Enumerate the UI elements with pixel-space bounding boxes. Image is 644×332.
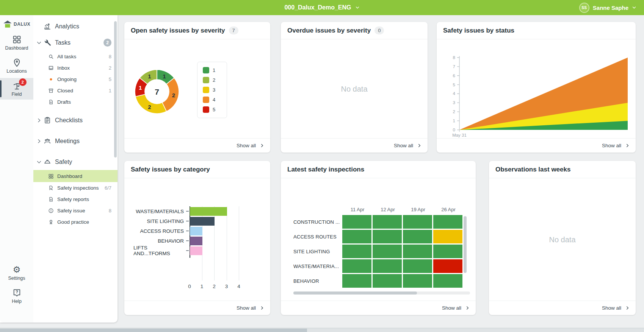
sidebar-scrollbar-thumb[interactable]: [114, 21, 117, 157]
svg-text:7: 7: [453, 64, 455, 69]
window-scrollbar-thumb[interactable]: [0, 329, 307, 332]
show-all-button[interactable]: Show all: [602, 305, 630, 311]
heatmap-date-header: 11 Apr12 Apr19 Apr26 Apr: [342, 207, 464, 212]
card-body: No data: [489, 178, 636, 301]
heatmap-cell-green[interactable]: [433, 245, 462, 258]
show-all-button[interactable]: Show all: [237, 305, 264, 311]
svg-text:1: 1: [163, 73, 166, 79]
card-header: Safety issues by category: [124, 161, 270, 178]
sidebar-subitem-ongoing[interactable]: Ongoing5: [33, 73, 118, 85]
rail-item-help[interactable]: ?Help: [0, 285, 33, 307]
project-selector[interactable]: 000_Dalux_Demo_ENG: [284, 4, 359, 11]
heatmap-cell-green[interactable]: [373, 259, 402, 273]
heatmap-cell-green[interactable]: [342, 230, 371, 243]
axis-tick-dash: [186, 250, 189, 251]
svg-text:7: 7: [155, 87, 159, 96]
heatmap-cell-green[interactable]: [433, 215, 462, 229]
heatmap-horizontal-scrollbar[interactable]: [293, 291, 470, 295]
heatmap-cell-green[interactable]: [433, 274, 462, 288]
medal-icon: [48, 219, 54, 225]
rail-item-settings[interactable]: ⚙Settings: [0, 262, 33, 284]
sidebar-item-tasks[interactable]: Tasks2: [33, 34, 118, 51]
heatmap-cell-green[interactable]: [373, 245, 402, 258]
heatmap-cell-green[interactable]: [342, 274, 371, 288]
show-all-button[interactable]: Show all: [394, 143, 421, 148]
no-data-message: No data: [281, 84, 428, 93]
axis-tick-dash: [186, 211, 189, 212]
card-footer: Show all: [437, 138, 636, 153]
heatmap-cell-green[interactable]: [403, 259, 432, 273]
show-all-button[interactable]: Show all: [602, 143, 630, 148]
heatmap-cell-green[interactable]: [373, 215, 402, 229]
card-body: WASTE/MATERIALSSITE LIGHTINGACCESS ROUTE…: [124, 178, 270, 301]
heatmap-cell-green[interactable]: [373, 274, 402, 288]
severity-donut-chart: 122117: [134, 69, 180, 115]
sidebar-item-analytics[interactable]: Analytics: [33, 18, 118, 34]
sidebar-subitem-inbox[interactable]: Inbox2: [33, 62, 118, 73]
legend-swatch: [203, 106, 209, 113]
bar-category-label: SITE LIGHTING: [133, 216, 189, 226]
sidebar-subitem-good-practice[interactable]: Good practice: [33, 216, 118, 228]
card-footer: Show all: [281, 301, 476, 315]
field-crane-icon: 2: [12, 81, 22, 90]
card-footer: Show all: [489, 301, 636, 315]
sidebar-subitem-safety-issue[interactable]: Safety issue8: [33, 205, 118, 216]
dalux-logo[interactable]: DALUX: [0, 15, 33, 32]
heatmap-date-label: 12 Apr: [373, 207, 403, 212]
sidebar-subitem-closed[interactable]: Closed1: [33, 85, 118, 96]
rail-item-dashboard[interactable]: Dashboard: [0, 32, 33, 53]
heatmap-row-label: BEHAVIOR: [293, 278, 342, 284]
card-header: Open safety issues by severity 7: [124, 22, 270, 39]
legend-swatch: [203, 67, 209, 73]
docsearch-icon: [48, 185, 54, 191]
heatmap-cell-green[interactable]: [342, 259, 371, 273]
heatmap-cell-green[interactable]: [403, 245, 432, 258]
heatmap-cell-green[interactable]: [373, 230, 402, 243]
chevron-right-icon: [260, 143, 264, 148]
sidebar-item-checklists[interactable]: Checklists: [33, 112, 118, 128]
heatmap-cell-yellow[interactable]: [433, 230, 462, 243]
heatmap-cell-green[interactable]: [403, 230, 432, 243]
sidebar-subitem-safety-reports[interactable]: Safety reports: [33, 193, 118, 205]
heatmap-cell-green[interactable]: [403, 274, 432, 288]
sidebar-subitem-label: Safety inspections: [57, 185, 99, 191]
rail-item-locations[interactable]: Locations: [0, 55, 33, 76]
heatmap-row: SITE LIGHTING: [293, 245, 464, 258]
sidebar-item-meetings[interactable]: Meetings: [33, 133, 118, 149]
sidebar-subitem-drafts[interactable]: Drafts: [33, 96, 118, 108]
window-horizontal-scrollbar[interactable]: [0, 328, 644, 332]
heatmap-horizontal-scrollbar-thumb[interactable]: [293, 291, 417, 295]
card-footer: Show all: [281, 138, 428, 153]
sidebar-subitem-count: 5: [109, 76, 111, 82]
svg-text:5: 5: [453, 83, 455, 87]
chevron-spacer: [36, 23, 42, 30]
sidebar-item-safety[interactable]: Safety: [33, 154, 118, 170]
show-all-button[interactable]: Show all: [237, 143, 264, 148]
sidebar-subitem-safety-inspections[interactable]: Safety inspections6/7: [33, 182, 118, 193]
heatmap-cell-green[interactable]: [342, 215, 371, 229]
legend-label: 3: [213, 87, 215, 93]
rail-item-field[interactable]: 2Field: [0, 78, 33, 100]
heatmap-cell-red[interactable]: [433, 259, 462, 273]
bar-category-label: BEHAVIOR: [133, 236, 189, 246]
inbox-icon: [48, 65, 54, 71]
dalux-house-icon: [3, 20, 12, 28]
bar: [190, 227, 202, 235]
user-menu[interactable]: SS Sanne Saphe: [579, 0, 636, 15]
heatmap-cell-green[interactable]: [342, 245, 371, 258]
svg-text:4: 4: [453, 91, 456, 96]
legend-swatch: [203, 87, 209, 93]
card-title: Open safety issues by severity: [131, 27, 225, 34]
heatmap-cell-green[interactable]: [403, 215, 432, 229]
x-tick-label: 0: [188, 284, 191, 289]
show-all-button[interactable]: Show all: [442, 305, 470, 311]
svg-text:0: 0: [453, 128, 455, 132]
heatmap-vertical-scrollbar-thumb[interactable]: [464, 216, 467, 273]
sidebar-subitem-all-tasks[interactable]: All tasks8: [33, 51, 118, 62]
heatmap-row: ACCESS ROUTES: [293, 230, 464, 243]
sidebar-subitem-dashboard[interactable]: Dashboard: [33, 170, 118, 182]
svg-text:?: ?: [16, 290, 18, 294]
avatar: SS: [579, 3, 589, 13]
svg-text:2: 2: [148, 103, 151, 110]
sidebar-item-label: Tasks: [55, 39, 71, 46]
